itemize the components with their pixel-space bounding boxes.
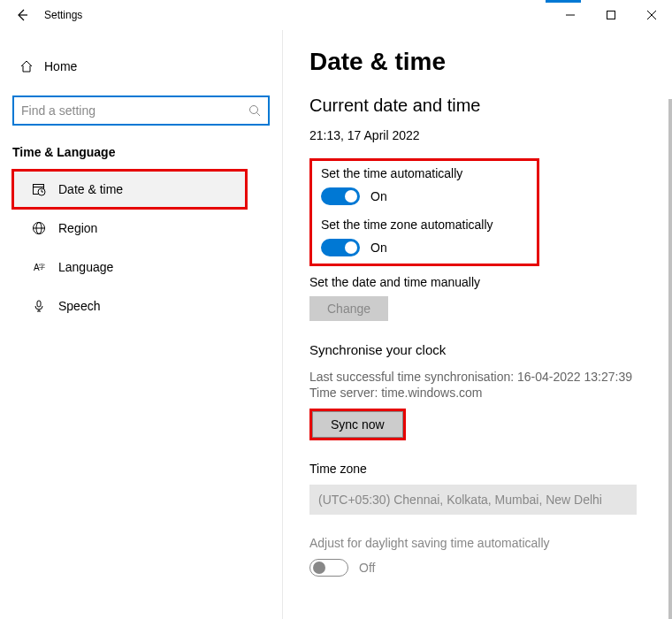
sidebar-item-language[interactable]: A字 Language bbox=[12, 248, 247, 287]
globe-icon bbox=[32, 221, 58, 235]
dst-toggle bbox=[309, 559, 348, 577]
minimize-button[interactable] bbox=[550, 0, 591, 30]
svg-line-6 bbox=[257, 113, 261, 117]
nav-label: Speech bbox=[58, 299, 100, 313]
section-current-datetime-heading: Current date and time bbox=[309, 96, 672, 116]
auto-time-toggle[interactable] bbox=[321, 187, 360, 205]
sync-server-line: Time server: time.windows.com bbox=[309, 386, 672, 400]
maximize-button[interactable] bbox=[591, 0, 631, 30]
sidebar: Home Time & Language Date & time Region … bbox=[0, 30, 283, 619]
sync-last-line: Last successful time synchronisation: 16… bbox=[309, 370, 672, 384]
microphone-icon bbox=[32, 299, 58, 313]
change-button: Change bbox=[309, 296, 388, 321]
tz-heading: Time zone bbox=[309, 462, 672, 476]
home-icon bbox=[19, 59, 44, 73]
svg-point-5 bbox=[250, 106, 258, 114]
language-icon: A字 bbox=[32, 260, 58, 274]
timezone-value: (UTC+05:30) Chennai, Kolkata, Mumbai, Ne… bbox=[318, 493, 602, 507]
sync-now-button[interactable]: Sync now bbox=[312, 411, 403, 438]
search-icon bbox=[248, 104, 261, 117]
auto-time-state: On bbox=[370, 189, 387, 203]
nav-label: Language bbox=[58, 260, 113, 274]
search-input[interactable] bbox=[21, 103, 248, 118]
content-pane: Date & time Current date and time 21:13,… bbox=[283, 30, 672, 619]
sync-heading: Synchronise your clock bbox=[309, 342, 672, 357]
auto-time-label: Set the time automatically bbox=[321, 166, 528, 180]
sidebar-item-date-time[interactable]: Date & time bbox=[12, 170, 247, 209]
highlight-auto-settings: Set the time automatically On Set the ti… bbox=[309, 158, 539, 266]
page-title: Date & time bbox=[309, 48, 672, 76]
window-title: Settings bbox=[44, 9, 82, 21]
home-label: Home bbox=[44, 59, 77, 73]
auto-tz-label: Set the time zone automatically bbox=[321, 218, 528, 232]
category-header: Time & Language bbox=[0, 126, 282, 170]
svg-rect-2 bbox=[607, 11, 615, 19]
nav-label: Region bbox=[58, 221, 97, 235]
svg-text:字: 字 bbox=[39, 264, 45, 270]
search-box[interactable] bbox=[12, 96, 270, 126]
close-button[interactable] bbox=[631, 0, 672, 30]
scrollbar[interactable] bbox=[668, 99, 672, 619]
auto-tz-state: On bbox=[370, 241, 387, 255]
nav-label: Date & time bbox=[58, 182, 123, 196]
calendar-clock-icon bbox=[32, 182, 58, 196]
manual-datetime-label: Set the date and time manually bbox=[309, 275, 672, 289]
current-datetime: 21:13, 17 April 2022 bbox=[309, 128, 672, 142]
sidebar-item-region[interactable]: Region bbox=[12, 209, 247, 248]
svg-rect-17 bbox=[37, 301, 41, 307]
sidebar-item-speech[interactable]: Speech bbox=[12, 287, 247, 325]
dst-label: Adjust for daylight saving time automati… bbox=[309, 536, 672, 550]
home-nav[interactable]: Home bbox=[0, 50, 282, 83]
highlight-sync-button: Sync now bbox=[309, 409, 406, 440]
auto-tz-toggle[interactable] bbox=[321, 239, 360, 256]
back-button[interactable] bbox=[0, 0, 44, 30]
dst-state: Off bbox=[359, 561, 375, 575]
timezone-select: (UTC+05:30) Chennai, Kolkata, Mumbai, Ne… bbox=[309, 485, 637, 515]
